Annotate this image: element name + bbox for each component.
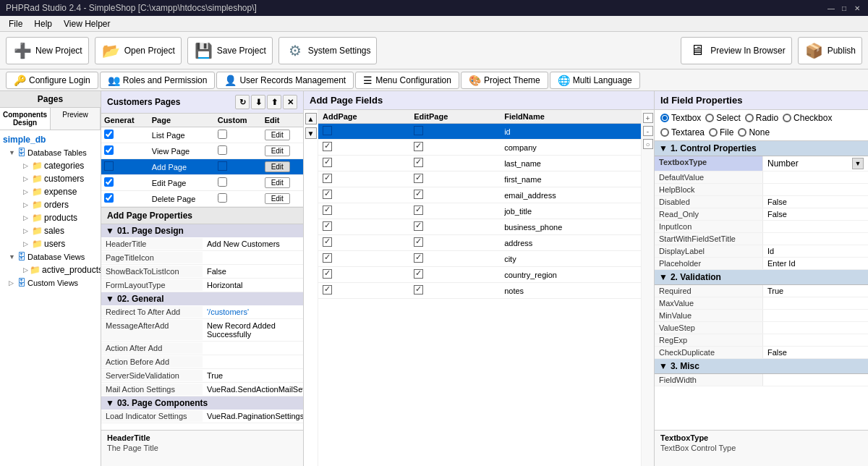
prop-value[interactable] [763, 171, 868, 183]
table-row[interactable]: email_address [318, 187, 641, 203]
editpage-cell[interactable] [409, 187, 500, 203]
save-project-button[interactable]: 💾 Save Project [187, 37, 273, 64]
table-row[interactable]: Add Page Edit [101, 159, 303, 175]
configure-login-button[interactable]: 🔑 Configure Login [6, 72, 98, 89]
move-up-button[interactable]: ▲ [305, 113, 317, 124]
custom-checkbox[interactable] [218, 145, 227, 155]
addpage-cell[interactable] [318, 156, 409, 171]
tree-item-users[interactable]: ▷ 📁 users [23, 237, 98, 250]
props-group-01[interactable]: ▼ 01. Page Design [101, 224, 303, 237]
table-row[interactable]: first_name [318, 171, 641, 187]
edit-cell[interactable]: Edit [262, 127, 303, 143]
custom-cell[interactable] [215, 127, 262, 143]
addpage-cell[interactable] [318, 140, 409, 156]
prop-value[interactable]: VueRad.PaginationSettings [203, 410, 303, 422]
radio-file[interactable]: File [709, 127, 733, 137]
edit-button[interactable]: Edit [265, 177, 290, 188]
addpage-checked[interactable] [323, 253, 332, 263]
minimize-button[interactable]: — [826, 3, 836, 13]
table-row[interactable]: View Page Edit [101, 143, 303, 159]
prop-value[interactable] [763, 221, 868, 232]
prop-value[interactable]: False [763, 347, 868, 358]
custom-checkbox[interactable] [218, 193, 227, 203]
generat-cell[interactable] [101, 127, 149, 143]
radio-file-circle[interactable] [709, 128, 718, 137]
editpage-checked[interactable] [414, 174, 423, 183]
publish-button[interactable]: 📦 Publish [798, 37, 862, 64]
prop-value[interactable]: False [763, 196, 868, 208]
prop-value[interactable]: Id [763, 245, 868, 257]
editpage-checked[interactable] [414, 253, 423, 263]
editpage-cell[interactable] [409, 219, 500, 235]
prop-value[interactable] [203, 252, 303, 263]
table-row[interactable]: Edit Page Edit [101, 175, 303, 191]
menu-file[interactable]: File [3, 17, 28, 30]
custom-cell[interactable] [215, 175, 262, 191]
generat-checked[interactable] [104, 161, 114, 171]
addpage-checked[interactable] [323, 237, 332, 247]
add-field-button[interactable]: + [643, 113, 653, 123]
edit-button[interactable]: Edit [265, 193, 290, 204]
addpage-cell[interactable] [318, 203, 409, 219]
table-row[interactable]: business_phone [318, 219, 641, 235]
prop-value[interactable]: VueRad.SendActionMailSettings [203, 384, 303, 395]
editpage-cell[interactable] [409, 203, 500, 219]
tree-item-categories[interactable]: ▷ 📁 categories [23, 159, 98, 172]
tree-database-tables[interactable]: ▼ 🗄 Database Tables [9, 146, 98, 159]
generat-cell[interactable] [101, 159, 149, 175]
edit-button[interactable]: Edit [265, 130, 290, 140]
generat-checkbox[interactable] [104, 193, 114, 203]
prop-value[interactable]: True [763, 285, 868, 297]
tree-item-customers[interactable]: ▷ 📁 customers [23, 172, 98, 185]
addpage-checked[interactable] [323, 221, 332, 231]
addpage-cell[interactable] [318, 171, 409, 187]
generat-cell[interactable] [101, 191, 149, 207]
radio-none-circle[interactable] [738, 128, 746, 137]
tree-item-active-products[interactable]: ▷ 📁 active_products [23, 263, 98, 276]
dropdown-arrow[interactable]: ▼ [852, 158, 864, 169]
editpage-checked[interactable] [414, 190, 423, 199]
tree-custom-views[interactable]: ▷ 🗄 Custom Views [9, 276, 98, 289]
addpage-checked[interactable] [323, 285, 332, 295]
table-row[interactable]: company [318, 140, 641, 156]
tree-database-views[interactable]: ▼ 🗄 Database Views [9, 250, 98, 263]
menu-config-button[interactable]: ☰ Menu Configuration [355, 72, 459, 89]
addpage-cell[interactable] [318, 251, 409, 267]
prop-group-validation[interactable]: ▼ 2. Validation [655, 270, 868, 285]
editpage-checked[interactable] [414, 206, 423, 215]
addpage-checked[interactable] [323, 126, 332, 135]
generat-checkbox[interactable] [104, 177, 114, 187]
tree-item-products[interactable]: ▷ 📁 products [23, 211, 98, 224]
tree-item-orders[interactable]: ▷ 📁 orders [23, 198, 98, 211]
import-icon-btn[interactable]: ⬇ [251, 95, 265, 109]
edit-cell[interactable]: Edit [262, 143, 303, 159]
prop-group-misc[interactable]: ▼ 3. Misc [655, 359, 868, 374]
generat-checkbox[interactable] [104, 130, 114, 139]
custom-cell[interactable] [215, 143, 262, 159]
prop-value[interactable] [763, 184, 868, 195]
editpage-checked[interactable] [414, 142, 423, 151]
table-row[interactable]: country_region [318, 267, 641, 283]
table-row[interactable]: job_title [318, 203, 641, 219]
prop-value[interactable]: New Record Added Successfully [203, 320, 303, 340]
edit-cell[interactable]: Edit [262, 175, 303, 191]
preview-button[interactable]: 🖥 Preview In Browser [681, 37, 791, 64]
prop-value[interactable] [203, 356, 303, 368]
prop-value[interactable] [763, 297, 868, 309]
props-group-02[interactable]: ▼ 02. General [101, 292, 303, 305]
addpage-checked[interactable] [323, 174, 332, 183]
prop-value[interactable]: Horizontal [203, 279, 303, 291]
radio-select[interactable]: Select [705, 113, 740, 123]
editpage-cell[interactable] [409, 251, 500, 267]
props-group-03[interactable]: ▼ 03. Page Components [101, 397, 303, 410]
new-project-button[interactable]: ➕ New Project [6, 37, 89, 64]
radio-textbox-circle[interactable] [660, 114, 669, 122]
custom-cell[interactable] [215, 191, 262, 207]
reload-icon-btn[interactable]: ↻ [235, 95, 250, 109]
addpage-checked[interactable] [323, 142, 332, 151]
prop-value[interactable] [203, 342, 303, 354]
editpage-checked[interactable] [414, 237, 423, 247]
custom-cell[interactable] [215, 159, 262, 175]
addpage-cell[interactable] [318, 219, 409, 235]
editpage-cell[interactable] [409, 171, 500, 187]
